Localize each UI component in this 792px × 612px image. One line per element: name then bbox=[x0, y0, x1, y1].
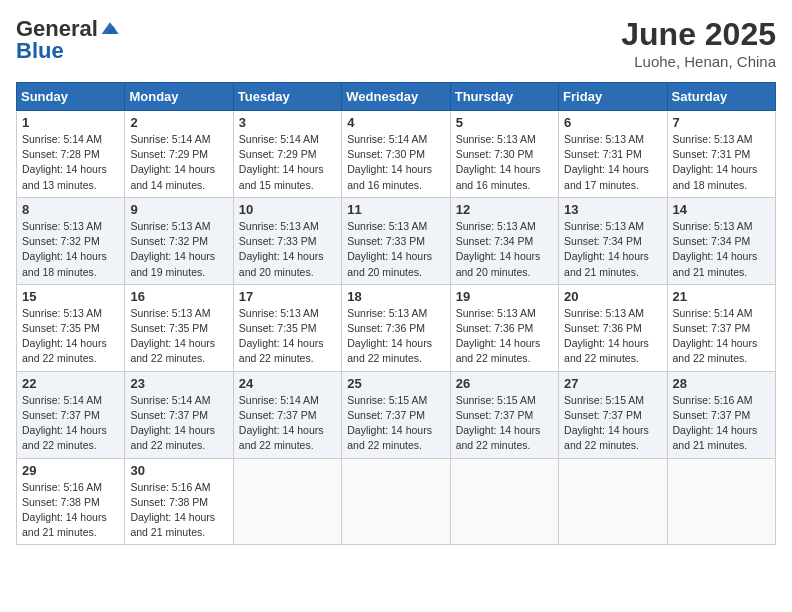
calendar-cell: 3Sunrise: 5:14 AM Sunset: 7:29 PM Daylig… bbox=[233, 111, 341, 198]
logo-icon bbox=[100, 19, 120, 39]
day-number: 23 bbox=[130, 376, 227, 391]
day-header-tuesday: Tuesday bbox=[233, 83, 341, 111]
day-info: Sunrise: 5:15 AM Sunset: 7:37 PM Dayligh… bbox=[456, 393, 553, 454]
day-header-friday: Friday bbox=[559, 83, 667, 111]
day-number: 8 bbox=[22, 202, 119, 217]
day-info: Sunrise: 5:13 AM Sunset: 7:35 PM Dayligh… bbox=[130, 306, 227, 367]
calendar-cell: 1Sunrise: 5:14 AM Sunset: 7:28 PM Daylig… bbox=[17, 111, 125, 198]
day-info: Sunrise: 5:13 AM Sunset: 7:31 PM Dayligh… bbox=[673, 132, 770, 193]
calendar-cell: 2Sunrise: 5:14 AM Sunset: 7:29 PM Daylig… bbox=[125, 111, 233, 198]
page-header: General Blue June 2025 Luohe, Henan, Chi… bbox=[16, 16, 776, 70]
day-number: 10 bbox=[239, 202, 336, 217]
day-number: 28 bbox=[673, 376, 770, 391]
day-number: 11 bbox=[347, 202, 444, 217]
calendar-cell: 10Sunrise: 5:13 AM Sunset: 7:33 PM Dayli… bbox=[233, 197, 341, 284]
calendar-cell: 28Sunrise: 5:16 AM Sunset: 7:37 PM Dayli… bbox=[667, 371, 775, 458]
location-subtitle: Luohe, Henan, China bbox=[621, 53, 776, 70]
calendar-cell bbox=[450, 458, 558, 545]
title-block: June 2025 Luohe, Henan, China bbox=[621, 16, 776, 70]
day-number: 6 bbox=[564, 115, 661, 130]
calendar-cell bbox=[342, 458, 450, 545]
calendar-cell: 14Sunrise: 5:13 AM Sunset: 7:34 PM Dayli… bbox=[667, 197, 775, 284]
day-info: Sunrise: 5:13 AM Sunset: 7:36 PM Dayligh… bbox=[456, 306, 553, 367]
day-info: Sunrise: 5:14 AM Sunset: 7:37 PM Dayligh… bbox=[22, 393, 119, 454]
month-title: June 2025 bbox=[621, 16, 776, 53]
calendar-cell: 24Sunrise: 5:14 AM Sunset: 7:37 PM Dayli… bbox=[233, 371, 341, 458]
day-number: 20 bbox=[564, 289, 661, 304]
day-info: Sunrise: 5:13 AM Sunset: 7:35 PM Dayligh… bbox=[22, 306, 119, 367]
calendar-cell: 18Sunrise: 5:13 AM Sunset: 7:36 PM Dayli… bbox=[342, 284, 450, 371]
logo-blue: Blue bbox=[16, 38, 64, 64]
calendar-cell: 25Sunrise: 5:15 AM Sunset: 7:37 PM Dayli… bbox=[342, 371, 450, 458]
calendar-week-row: 8Sunrise: 5:13 AM Sunset: 7:32 PM Daylig… bbox=[17, 197, 776, 284]
day-number: 26 bbox=[456, 376, 553, 391]
calendar-week-row: 29Sunrise: 5:16 AM Sunset: 7:38 PM Dayli… bbox=[17, 458, 776, 545]
day-info: Sunrise: 5:16 AM Sunset: 7:38 PM Dayligh… bbox=[22, 480, 119, 541]
day-number: 27 bbox=[564, 376, 661, 391]
calendar-cell: 27Sunrise: 5:15 AM Sunset: 7:37 PM Dayli… bbox=[559, 371, 667, 458]
calendar-week-row: 22Sunrise: 5:14 AM Sunset: 7:37 PM Dayli… bbox=[17, 371, 776, 458]
day-header-saturday: Saturday bbox=[667, 83, 775, 111]
day-number: 9 bbox=[130, 202, 227, 217]
calendar-week-row: 15Sunrise: 5:13 AM Sunset: 7:35 PM Dayli… bbox=[17, 284, 776, 371]
calendar-cell: 26Sunrise: 5:15 AM Sunset: 7:37 PM Dayli… bbox=[450, 371, 558, 458]
day-number: 12 bbox=[456, 202, 553, 217]
calendar-cell: 15Sunrise: 5:13 AM Sunset: 7:35 PM Dayli… bbox=[17, 284, 125, 371]
day-info: Sunrise: 5:13 AM Sunset: 7:33 PM Dayligh… bbox=[239, 219, 336, 280]
day-info: Sunrise: 5:13 AM Sunset: 7:34 PM Dayligh… bbox=[456, 219, 553, 280]
day-number: 13 bbox=[564, 202, 661, 217]
day-info: Sunrise: 5:13 AM Sunset: 7:32 PM Dayligh… bbox=[22, 219, 119, 280]
day-info: Sunrise: 5:14 AM Sunset: 7:29 PM Dayligh… bbox=[239, 132, 336, 193]
day-header-thursday: Thursday bbox=[450, 83, 558, 111]
day-number: 7 bbox=[673, 115, 770, 130]
day-number: 2 bbox=[130, 115, 227, 130]
day-number: 21 bbox=[673, 289, 770, 304]
calendar-cell: 19Sunrise: 5:13 AM Sunset: 7:36 PM Dayli… bbox=[450, 284, 558, 371]
calendar-cell: 23Sunrise: 5:14 AM Sunset: 7:37 PM Dayli… bbox=[125, 371, 233, 458]
calendar-week-row: 1Sunrise: 5:14 AM Sunset: 7:28 PM Daylig… bbox=[17, 111, 776, 198]
day-info: Sunrise: 5:13 AM Sunset: 7:35 PM Dayligh… bbox=[239, 306, 336, 367]
day-info: Sunrise: 5:13 AM Sunset: 7:32 PM Dayligh… bbox=[130, 219, 227, 280]
day-number: 4 bbox=[347, 115, 444, 130]
day-number: 16 bbox=[130, 289, 227, 304]
calendar-cell: 21Sunrise: 5:14 AM Sunset: 7:37 PM Dayli… bbox=[667, 284, 775, 371]
day-info: Sunrise: 5:14 AM Sunset: 7:30 PM Dayligh… bbox=[347, 132, 444, 193]
day-info: Sunrise: 5:14 AM Sunset: 7:37 PM Dayligh… bbox=[130, 393, 227, 454]
day-number: 30 bbox=[130, 463, 227, 478]
calendar-cell: 9Sunrise: 5:13 AM Sunset: 7:32 PM Daylig… bbox=[125, 197, 233, 284]
day-number: 18 bbox=[347, 289, 444, 304]
calendar-cell: 7Sunrise: 5:13 AM Sunset: 7:31 PM Daylig… bbox=[667, 111, 775, 198]
day-info: Sunrise: 5:15 AM Sunset: 7:37 PM Dayligh… bbox=[347, 393, 444, 454]
calendar-cell: 20Sunrise: 5:13 AM Sunset: 7:36 PM Dayli… bbox=[559, 284, 667, 371]
day-number: 24 bbox=[239, 376, 336, 391]
day-number: 15 bbox=[22, 289, 119, 304]
day-number: 5 bbox=[456, 115, 553, 130]
calendar-cell: 6Sunrise: 5:13 AM Sunset: 7:31 PM Daylig… bbox=[559, 111, 667, 198]
day-number: 22 bbox=[22, 376, 119, 391]
calendar-cell: 17Sunrise: 5:13 AM Sunset: 7:35 PM Dayli… bbox=[233, 284, 341, 371]
day-info: Sunrise: 5:13 AM Sunset: 7:31 PM Dayligh… bbox=[564, 132, 661, 193]
day-info: Sunrise: 5:14 AM Sunset: 7:28 PM Dayligh… bbox=[22, 132, 119, 193]
calendar-cell bbox=[559, 458, 667, 545]
calendar-cell: 16Sunrise: 5:13 AM Sunset: 7:35 PM Dayli… bbox=[125, 284, 233, 371]
day-number: 29 bbox=[22, 463, 119, 478]
calendar-cell: 22Sunrise: 5:14 AM Sunset: 7:37 PM Dayli… bbox=[17, 371, 125, 458]
day-number: 3 bbox=[239, 115, 336, 130]
day-header-wednesday: Wednesday bbox=[342, 83, 450, 111]
calendar-cell: 4Sunrise: 5:14 AM Sunset: 7:30 PM Daylig… bbox=[342, 111, 450, 198]
calendar-cell: 12Sunrise: 5:13 AM Sunset: 7:34 PM Dayli… bbox=[450, 197, 558, 284]
day-info: Sunrise: 5:13 AM Sunset: 7:33 PM Dayligh… bbox=[347, 219, 444, 280]
calendar-cell bbox=[667, 458, 775, 545]
day-header-monday: Monday bbox=[125, 83, 233, 111]
day-info: Sunrise: 5:16 AM Sunset: 7:37 PM Dayligh… bbox=[673, 393, 770, 454]
calendar-cell: 11Sunrise: 5:13 AM Sunset: 7:33 PM Dayli… bbox=[342, 197, 450, 284]
day-info: Sunrise: 5:16 AM Sunset: 7:38 PM Dayligh… bbox=[130, 480, 227, 541]
day-info: Sunrise: 5:13 AM Sunset: 7:36 PM Dayligh… bbox=[347, 306, 444, 367]
day-info: Sunrise: 5:13 AM Sunset: 7:34 PM Dayligh… bbox=[564, 219, 661, 280]
day-info: Sunrise: 5:14 AM Sunset: 7:29 PM Dayligh… bbox=[130, 132, 227, 193]
calendar-cell: 8Sunrise: 5:13 AM Sunset: 7:32 PM Daylig… bbox=[17, 197, 125, 284]
calendar-cell: 13Sunrise: 5:13 AM Sunset: 7:34 PM Dayli… bbox=[559, 197, 667, 284]
day-number: 25 bbox=[347, 376, 444, 391]
day-info: Sunrise: 5:15 AM Sunset: 7:37 PM Dayligh… bbox=[564, 393, 661, 454]
day-header-sunday: Sunday bbox=[17, 83, 125, 111]
